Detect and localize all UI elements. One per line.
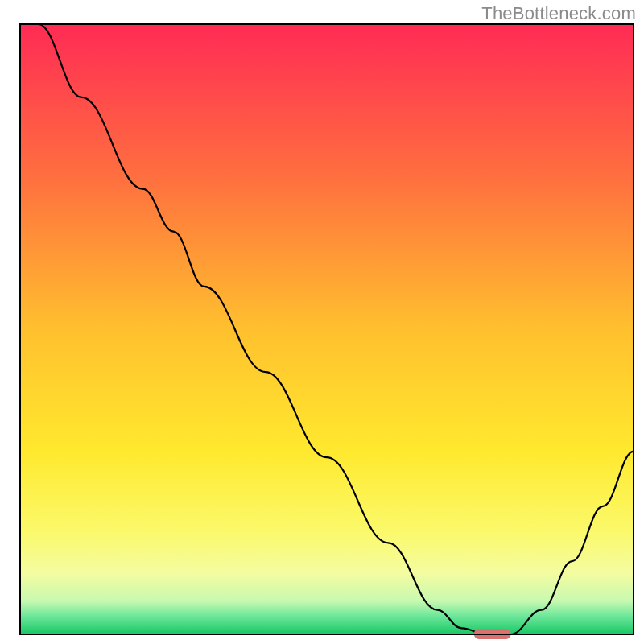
bottleneck-chart: TheBottleneck.com [0, 0, 644, 644]
plot-background [20, 24, 634, 634]
chart-svg [0, 0, 644, 644]
attribution-text: TheBottleneck.com [481, 3, 636, 24]
